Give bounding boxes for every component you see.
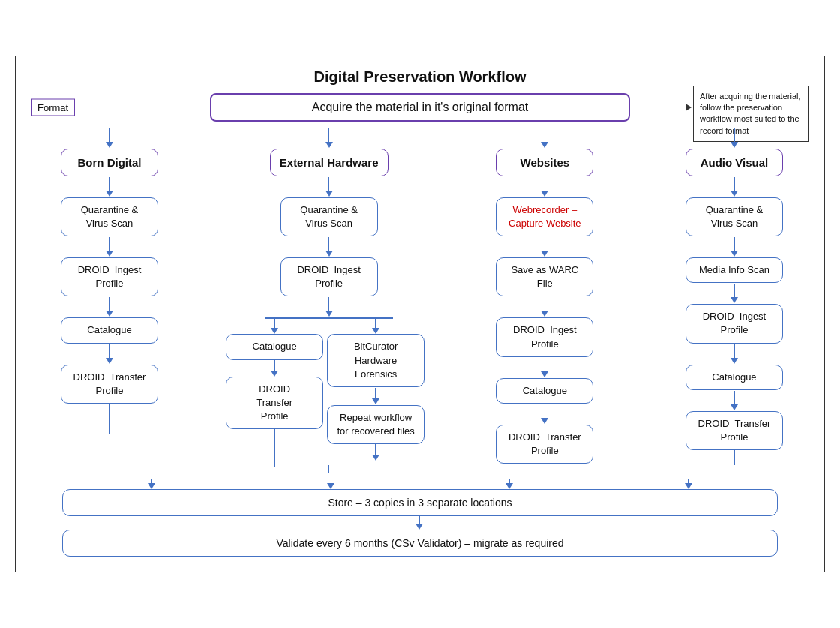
eh-droid-ingest: DROID IngestProfile [280,257,378,296]
eh-left-branch: Catalogue DROIDTransferProfile [233,317,316,467]
store-arrow-2 [327,483,334,489]
spacer [777,523,778,524]
back-arrow [777,523,778,524]
eh-left-down [271,360,278,377]
av-media-info: Media Info Scan [686,257,783,283]
column-external-hardware: External Hardware Quarantine &Virus Scan… [228,128,430,473]
arrow-eh-3 [326,297,333,317]
ws-droid-ingest: DROID IngestProfile [496,317,593,356]
el-v3 [274,429,275,467]
arrow-av-1 [730,177,738,197]
born-digital-header: Born Digital [61,149,158,176]
arrow-col4-top [730,128,738,148]
el-v2 [274,360,275,371]
arrow-av-2 [730,237,738,257]
bd-droid-ingest: DROID IngestProfile [61,257,158,296]
bd-droid-transfer: DROID TransferProfile [61,365,158,404]
el-ah2 [271,371,278,377]
eh-catalogue: Catalogue [226,334,323,359]
format-label: Format [31,98,75,116]
arrow-av-5 [730,391,738,410]
ws-catalogue: Catalogue [496,378,593,404]
arrow-bd-1 [106,177,113,197]
arrow-eh-bc [372,388,380,404]
av-quarantine: Quarantine &Virus Scan [686,197,783,236]
store-to-validate-line [62,516,777,530]
arrow-av-3 [730,284,738,303]
arrow-eh-2 [326,237,333,257]
acquire-row: Format Acquire the material in it's orig… [31,93,809,122]
arrow-av-4 [730,344,738,364]
arrow-ws-2 [541,237,548,257]
av-to-store [734,450,735,465]
eh-right-ah1 [372,328,380,334]
av-droid-ingest: DROID IngestProfile [686,304,783,343]
arrow-bd-4 [106,344,113,364]
diagram-container: Digital Preservation Workflow Format Acq… [15,56,825,573]
eh-quarantine: Quarantine &Virus Scan [280,197,378,236]
store-arrow-1 [148,479,155,489]
arr4 [685,483,692,489]
columns-row: Born Digital Quarantine &Virus Scan DROI… [31,128,809,479]
arrow-bd-2 [106,237,113,257]
arrow-bd-3 [106,297,113,317]
column-born-digital: Born Digital Quarantine &Virus Scan DROI… [31,128,188,434]
store-arrow-4 [685,479,692,489]
arrow-ws-3 [541,297,548,317]
column-audio-visual: Audio Visual Quarantine &Virus Scan Medi… [659,128,809,466]
ws-webrecorder: Webrecorder –Capture Website [496,197,593,236]
external-hardware-header: External Hardware [270,149,388,176]
validate-box: Validate every 6 months (CSv Validator) … [62,530,778,557]
er-ah2 [372,455,380,461]
ws-to-store [544,464,546,479]
note-arrowhead [686,104,692,111]
ws-droid-transfer: DROID TransferProfile [496,425,593,464]
store-arrows [62,479,778,489]
arrow-ws-4 [541,358,548,377]
store-section: Store – 3 copies in 3 separate locations… [31,479,809,557]
branch-h-line [266,317,393,319]
store-arrow-3 [506,479,513,489]
ws-webrecorder-text: Webrecorder –Capture Website [508,204,581,229]
eh-left-v1 [274,317,275,328]
eh-bitcurator: BitCuratorHardware Forensics [327,334,424,387]
arr2 [327,483,334,489]
er-v2 [375,444,376,455]
av-catalogue: Catalogue [686,365,783,390]
ws-warc: Save as WARCFile [496,257,593,296]
arrow-eh-1 [326,177,333,197]
av-droid-transfer: DROID TransferProfile [686,411,783,450]
note-arrow-line [657,107,686,108]
sv-arrowhead [416,524,423,530]
audio-visual-header: Audio Visual [686,149,783,176]
store-box: Store – 3 copies in 3 separate locations [62,489,778,516]
eh-repeat: Repeat workflowfor recovered files [327,405,424,444]
diagram-title: Digital Preservation Workflow [31,68,809,86]
bd-to-store-line [109,404,110,434]
acquire-box: Acquire the material in it's original fo… [210,93,630,122]
validate-text: Validate every 6 months (CSv Validator) … [276,537,563,549]
arrow-ws-5 [541,404,548,424]
arrow-col1-top [106,128,113,148]
eh-left-arrowhead1 [271,328,278,334]
column-websites: Websites Webrecorder –Capture Website Sa… [470,128,620,479]
arr3 [506,483,513,489]
arrow-col2-top [326,128,333,148]
eh-droid-transfer: DROIDTransferProfile [226,377,323,430]
eh-right-branch: BitCuratorHardware Forensics Repeat work… [327,317,424,461]
arrow-ws-1 [541,177,548,197]
note-arrow [657,104,692,111]
bd-quarantine: Quarantine &Virus Scan [61,197,158,236]
bd-catalogue: Catalogue [61,317,158,343]
eh-right-v1 [375,317,376,328]
store-to-validate-row [62,516,778,530]
eh-branch: Catalogue DROIDTransferProfile BitCurato… [228,317,430,467]
arr1 [148,483,155,489]
websites-header: Websites [496,149,593,176]
arrow-col3-top [541,128,548,148]
